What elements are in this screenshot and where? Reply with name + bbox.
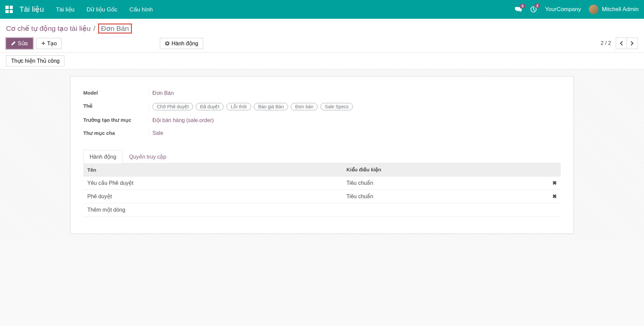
th-name: Tên <box>83 163 342 176</box>
field-tags: Thẻ Chờ Phê duyệt Đã duyệt Lỗi thời Báo … <box>83 100 561 114</box>
edit-button[interactable]: Sửa <box>6 38 33 49</box>
tab-access[interactable]: Quyền truy cập <box>123 150 173 163</box>
pager-value[interactable]: 2 / 2 <box>601 40 611 46</box>
edit-button-label: Sửa <box>18 40 28 47</box>
value-folder-field[interactable]: Đội bán hàng (sale.order) <box>149 117 561 123</box>
breadcrumb: Cơ chế tự động tạo tài liệu / Đơn Bán <box>6 23 638 34</box>
field-folder-field: Trường tạo thư mục Đội bán hàng (sale.or… <box>83 114 561 127</box>
chevron-left-icon <box>619 41 623 46</box>
field-parent-folder: Thư mục cha Sale <box>83 127 561 140</box>
actions-table: Tên Kiểu điều kiện Yêu cầu Phê duyệt Tiê… <box>83 163 561 217</box>
messages-icon[interactable]: 5 <box>515 6 522 12</box>
sheet-background: Model Đơn Bán Thẻ Chờ Phê duyệt Đã duyệt… <box>0 69 644 240</box>
tag-item[interactable]: Đã duyệt <box>196 103 224 110</box>
add-line-label: Thêm một dòng <box>83 203 561 217</box>
tag-item[interactable]: Lỗi thời <box>226 103 251 110</box>
value-model[interactable]: Đơn Bán <box>149 90 561 96</box>
tab-action[interactable]: Hành động <box>83 150 123 163</box>
left-buttons: Sửa Tạo <box>6 38 62 49</box>
row-delete-button[interactable]: ✖ <box>547 190 561 203</box>
activities-icon[interactable]: 2 <box>530 6 537 13</box>
manual-execute-button[interactable]: Thực hiện Thủ công <box>6 55 64 66</box>
user-menu[interactable]: Mitchell Admin <box>589 5 639 14</box>
menu-item-master-data[interactable]: Dữ liệu Gốc <box>87 6 117 13</box>
action-button-label: Hành động <box>172 40 198 47</box>
value-parent-folder[interactable]: Sale <box>149 130 561 136</box>
app-title[interactable]: Tài liệu <box>19 5 44 14</box>
table-row[interactable]: Phê duyệt Tiêu chuẩn ✖ <box>83 190 561 203</box>
pencil-icon <box>11 41 16 46</box>
label-parent-folder: Thư mục cha <box>83 130 149 136</box>
table-header-row: Tên Kiểu điều kiện <box>83 163 561 176</box>
label-model: Model <box>83 90 149 96</box>
create-button[interactable]: Tạo <box>36 38 62 49</box>
action-button[interactable]: Hành động <box>160 38 203 49</box>
menu-item-config[interactable]: Cấu hình <box>130 6 153 13</box>
topbar: Tài liệu Tài liệu Dữ liệu Gốc Cấu hình 5… <box>0 0 644 19</box>
th-delete <box>547 163 561 176</box>
field-model: Model Đơn Bán <box>83 87 561 100</box>
label-folder-field: Trường tạo thư mục <box>83 117 149 123</box>
activities-badge: 2 <box>534 3 540 8</box>
pager-next[interactable] <box>627 38 638 49</box>
cell-condition: Tiêu chuẩn <box>342 176 547 190</box>
top-menu: Tài liệu Dữ liệu Gốc Cấu hình <box>56 6 153 13</box>
breadcrumb-current: Đơn Bán <box>98 23 132 34</box>
control-panel: Cơ chế tự động tạo tài liệu / Đơn Bán Sử… <box>0 19 644 53</box>
chevron-right-icon <box>631 41 634 46</box>
tag-item[interactable]: Đơn bán <box>291 103 318 110</box>
pager-buttons <box>616 38 638 49</box>
tag-list: Chờ Phê duyệt Đã duyệt Lỗi thời Báo giá … <box>152 103 561 110</box>
pager: 2 / 2 <box>601 38 638 49</box>
form-sheet: Model Đơn Bán Thẻ Chờ Phê duyệt Đã duyệt… <box>70 76 574 234</box>
company-switcher[interactable]: YourCompany <box>545 6 581 13</box>
user-name: Mitchell Admin <box>602 6 639 13</box>
cell-name: Yêu cầu Phê duyệt <box>83 176 342 190</box>
avatar <box>589 5 598 14</box>
value-tags: Chờ Phê duyệt Đã duyệt Lỗi thời Báo giá … <box>149 103 561 110</box>
topbar-right: 5 2 YourCompany Mitchell Admin <box>515 5 639 14</box>
plus-icon <box>41 41 45 45</box>
tag-item[interactable]: Sale Specs <box>320 103 353 110</box>
label-tags: Thẻ <box>83 103 149 109</box>
gear-icon <box>165 41 170 46</box>
create-button-label: Tạo <box>47 40 57 47</box>
breadcrumb-separator: / <box>93 24 95 33</box>
apps-icon[interactable] <box>5 6 13 13</box>
control-row: Sửa Tạo Hành động 2 / 2 <box>6 38 638 49</box>
messages-badge: 5 <box>519 4 525 8</box>
cell-condition: Tiêu chuẩn <box>342 190 547 203</box>
table-row[interactable]: Yêu cầu Phê duyệt Tiêu chuẩn ✖ <box>83 176 561 190</box>
statusbar: Thực hiện Thủ công <box>0 53 644 69</box>
tag-item[interactable]: Chờ Phê duyệt <box>152 103 193 110</box>
notebook-tabs: Hành động Quyền truy cập <box>83 150 561 163</box>
pager-previous[interactable] <box>616 38 627 49</box>
cell-name: Phê duyệt <box>83 190 342 203</box>
menu-item-documents[interactable]: Tài liệu <box>56 6 75 13</box>
add-line-row[interactable]: Thêm một dòng <box>83 203 561 217</box>
breadcrumb-parent[interactable]: Cơ chế tự động tạo tài liệu <box>6 24 91 33</box>
th-condition: Kiểu điều kiện <box>342 163 547 176</box>
tag-item[interactable]: Báo giá Bán <box>254 103 288 110</box>
row-delete-button[interactable]: ✖ <box>547 176 561 190</box>
